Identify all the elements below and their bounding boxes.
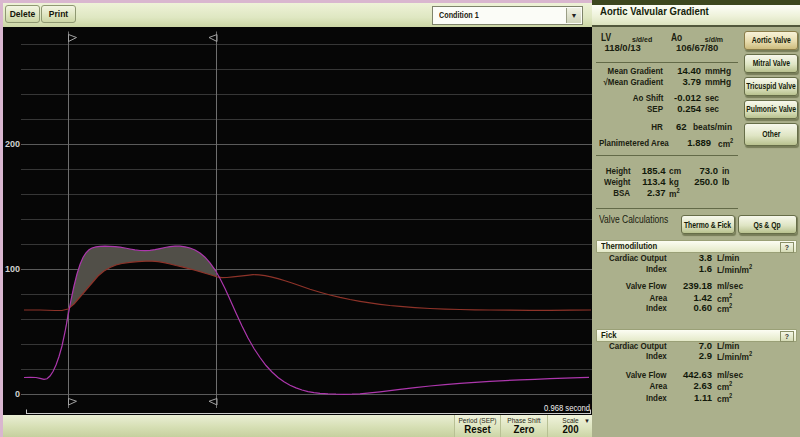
svg-text:0: 0 (15, 389, 20, 399)
svg-text:0.968 second: 0.968 second (544, 404, 590, 413)
svg-text:100: 100 (5, 264, 20, 274)
svg-text:200: 200 (5, 139, 20, 149)
